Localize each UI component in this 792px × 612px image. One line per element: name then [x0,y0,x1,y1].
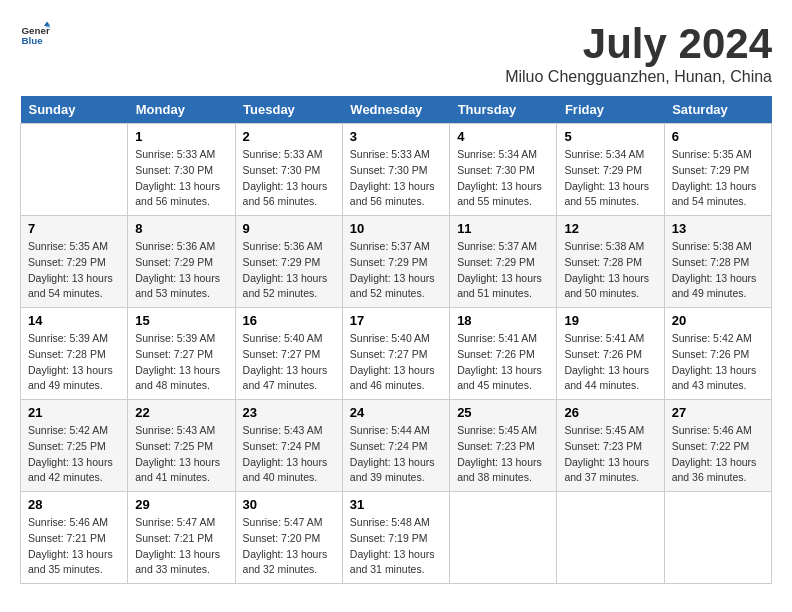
day-info: Sunrise: 5:40 AMSunset: 7:27 PMDaylight:… [243,331,335,394]
calendar-cell: 11Sunrise: 5:37 AMSunset: 7:29 PMDayligh… [450,216,557,308]
calendar-cell: 31Sunrise: 5:48 AMSunset: 7:19 PMDayligh… [342,492,449,584]
day-info: Sunrise: 5:35 AMSunset: 7:29 PMDaylight:… [28,239,120,302]
day-number: 15 [135,313,227,328]
calendar-cell: 20Sunrise: 5:42 AMSunset: 7:26 PMDayligh… [664,308,771,400]
calendar-week-row: 1Sunrise: 5:33 AMSunset: 7:30 PMDaylight… [21,124,772,216]
day-info: Sunrise: 5:47 AMSunset: 7:21 PMDaylight:… [135,515,227,578]
calendar-week-row: 14Sunrise: 5:39 AMSunset: 7:28 PMDayligh… [21,308,772,400]
calendar-cell: 24Sunrise: 5:44 AMSunset: 7:24 PMDayligh… [342,400,449,492]
day-info: Sunrise: 5:36 AMSunset: 7:29 PMDaylight:… [135,239,227,302]
day-info: Sunrise: 5:42 AMSunset: 7:26 PMDaylight:… [672,331,764,394]
day-number: 8 [135,221,227,236]
day-number: 16 [243,313,335,328]
day-info: Sunrise: 5:46 AMSunset: 7:22 PMDaylight:… [672,423,764,486]
day-info: Sunrise: 5:44 AMSunset: 7:24 PMDaylight:… [350,423,442,486]
day-info: Sunrise: 5:35 AMSunset: 7:29 PMDaylight:… [672,147,764,210]
day-info: Sunrise: 5:42 AMSunset: 7:25 PMDaylight:… [28,423,120,486]
day-number: 3 [350,129,442,144]
calendar-cell: 29Sunrise: 5:47 AMSunset: 7:21 PMDayligh… [128,492,235,584]
day-number: 1 [135,129,227,144]
calendar-cell: 28Sunrise: 5:46 AMSunset: 7:21 PMDayligh… [21,492,128,584]
day-number: 12 [564,221,656,236]
weekday-header: Wednesday [342,96,449,124]
day-info: Sunrise: 5:47 AMSunset: 7:20 PMDaylight:… [243,515,335,578]
logo: General Blue [20,20,50,50]
day-number: 28 [28,497,120,512]
day-number: 18 [457,313,549,328]
svg-text:Blue: Blue [22,35,44,46]
calendar-cell [664,492,771,584]
calendar-cell: 8Sunrise: 5:36 AMSunset: 7:29 PMDaylight… [128,216,235,308]
day-info: Sunrise: 5:40 AMSunset: 7:27 PMDaylight:… [350,331,442,394]
weekday-header: Sunday [21,96,128,124]
calendar-cell: 16Sunrise: 5:40 AMSunset: 7:27 PMDayligh… [235,308,342,400]
day-number: 22 [135,405,227,420]
day-number: 5 [564,129,656,144]
day-number: 29 [135,497,227,512]
calendar-week-row: 21Sunrise: 5:42 AMSunset: 7:25 PMDayligh… [21,400,772,492]
location-title: Miluo Chengguanzhen, Hunan, China [505,68,772,86]
calendar-cell: 3Sunrise: 5:33 AMSunset: 7:30 PMDaylight… [342,124,449,216]
calendar-cell: 18Sunrise: 5:41 AMSunset: 7:26 PMDayligh… [450,308,557,400]
day-number: 25 [457,405,549,420]
day-info: Sunrise: 5:39 AMSunset: 7:28 PMDaylight:… [28,331,120,394]
calendar-cell: 17Sunrise: 5:40 AMSunset: 7:27 PMDayligh… [342,308,449,400]
day-info: Sunrise: 5:36 AMSunset: 7:29 PMDaylight:… [243,239,335,302]
calendar-cell: 2Sunrise: 5:33 AMSunset: 7:30 PMDaylight… [235,124,342,216]
month-title: July 2024 [505,20,772,68]
day-info: Sunrise: 5:34 AMSunset: 7:29 PMDaylight:… [564,147,656,210]
calendar-cell [557,492,664,584]
calendar-cell: 23Sunrise: 5:43 AMSunset: 7:24 PMDayligh… [235,400,342,492]
title-section: July 2024 Miluo Chengguanzhen, Hunan, Ch… [505,20,772,86]
day-number: 4 [457,129,549,144]
day-number: 14 [28,313,120,328]
day-number: 23 [243,405,335,420]
calendar-cell: 25Sunrise: 5:45 AMSunset: 7:23 PMDayligh… [450,400,557,492]
day-info: Sunrise: 5:41 AMSunset: 7:26 PMDaylight:… [564,331,656,394]
calendar-cell: 1Sunrise: 5:33 AMSunset: 7:30 PMDaylight… [128,124,235,216]
day-info: Sunrise: 5:33 AMSunset: 7:30 PMDaylight:… [135,147,227,210]
weekday-header: Monday [128,96,235,124]
weekday-header-row: SundayMondayTuesdayWednesdayThursdayFrid… [21,96,772,124]
day-number: 31 [350,497,442,512]
day-info: Sunrise: 5:46 AMSunset: 7:21 PMDaylight:… [28,515,120,578]
day-info: Sunrise: 5:38 AMSunset: 7:28 PMDaylight:… [672,239,764,302]
calendar-cell: 9Sunrise: 5:36 AMSunset: 7:29 PMDaylight… [235,216,342,308]
weekday-header: Friday [557,96,664,124]
day-info: Sunrise: 5:33 AMSunset: 7:30 PMDaylight:… [350,147,442,210]
day-number: 21 [28,405,120,420]
calendar-cell: 13Sunrise: 5:38 AMSunset: 7:28 PMDayligh… [664,216,771,308]
calendar-week-row: 7Sunrise: 5:35 AMSunset: 7:29 PMDaylight… [21,216,772,308]
svg-text:General: General [22,25,51,36]
calendar-cell: 12Sunrise: 5:38 AMSunset: 7:28 PMDayligh… [557,216,664,308]
day-info: Sunrise: 5:33 AMSunset: 7:30 PMDaylight:… [243,147,335,210]
calendar-cell: 30Sunrise: 5:47 AMSunset: 7:20 PMDayligh… [235,492,342,584]
calendar-cell: 6Sunrise: 5:35 AMSunset: 7:29 PMDaylight… [664,124,771,216]
day-info: Sunrise: 5:45 AMSunset: 7:23 PMDaylight:… [564,423,656,486]
day-info: Sunrise: 5:43 AMSunset: 7:25 PMDaylight:… [135,423,227,486]
day-number: 30 [243,497,335,512]
day-number: 11 [457,221,549,236]
day-info: Sunrise: 5:34 AMSunset: 7:30 PMDaylight:… [457,147,549,210]
day-number: 27 [672,405,764,420]
calendar-cell: 10Sunrise: 5:37 AMSunset: 7:29 PMDayligh… [342,216,449,308]
day-info: Sunrise: 5:48 AMSunset: 7:19 PMDaylight:… [350,515,442,578]
day-info: Sunrise: 5:41 AMSunset: 7:26 PMDaylight:… [457,331,549,394]
weekday-header: Tuesday [235,96,342,124]
day-number: 20 [672,313,764,328]
day-info: Sunrise: 5:45 AMSunset: 7:23 PMDaylight:… [457,423,549,486]
day-info: Sunrise: 5:43 AMSunset: 7:24 PMDaylight:… [243,423,335,486]
day-number: 24 [350,405,442,420]
day-number: 2 [243,129,335,144]
calendar-cell: 27Sunrise: 5:46 AMSunset: 7:22 PMDayligh… [664,400,771,492]
calendar-cell: 15Sunrise: 5:39 AMSunset: 7:27 PMDayligh… [128,308,235,400]
day-info: Sunrise: 5:38 AMSunset: 7:28 PMDaylight:… [564,239,656,302]
calendar-cell: 14Sunrise: 5:39 AMSunset: 7:28 PMDayligh… [21,308,128,400]
calendar-cell: 21Sunrise: 5:42 AMSunset: 7:25 PMDayligh… [21,400,128,492]
logo-icon: General Blue [20,20,50,50]
day-number: 7 [28,221,120,236]
calendar-cell: 4Sunrise: 5:34 AMSunset: 7:30 PMDaylight… [450,124,557,216]
page-header: General Blue July 2024 Miluo Chengguanzh… [20,20,772,86]
day-number: 6 [672,129,764,144]
day-number: 19 [564,313,656,328]
